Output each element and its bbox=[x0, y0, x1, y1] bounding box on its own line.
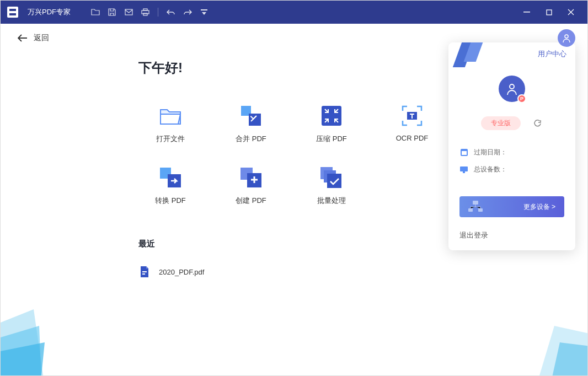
svg-rect-25 bbox=[460, 166, 468, 171]
action-merge-pdf[interactable]: 合并 PDF bbox=[219, 104, 283, 144]
svg-rect-28 bbox=[468, 208, 473, 212]
ocr-icon bbox=[400, 104, 424, 127]
expiry-row: 过期日期： bbox=[459, 148, 564, 157]
action-batch[interactable]: 批量处理 bbox=[300, 166, 364, 206]
print-icon[interactable] bbox=[137, 4, 153, 20]
minimize-button[interactable] bbox=[516, 1, 538, 24]
action-label: 转换 PDF bbox=[155, 196, 186, 206]
avatar-icon[interactable]: P bbox=[499, 76, 525, 102]
decoration-icon bbox=[0, 309, 67, 376]
more-devices-label: 更多设备 > bbox=[523, 202, 555, 212]
create-icon bbox=[239, 166, 263, 189]
window-controls bbox=[516, 1, 582, 24]
action-compress-pdf[interactable]: 压缩 PDF bbox=[300, 104, 364, 144]
svg-rect-5 bbox=[201, 9, 207, 10]
calendar-icon bbox=[459, 148, 468, 157]
svg-point-8 bbox=[565, 35, 568, 38]
maximize-button[interactable] bbox=[538, 1, 560, 24]
recent-file-item[interactable]: 2020_PDF.pdf bbox=[138, 263, 538, 281]
refresh-icon[interactable] bbox=[532, 118, 543, 129]
merge-icon bbox=[239, 104, 263, 127]
back-label[interactable]: 返回 bbox=[34, 33, 49, 43]
undo-icon[interactable] bbox=[163, 4, 179, 20]
svg-point-22 bbox=[510, 84, 514, 89]
monitor-icon bbox=[459, 165, 468, 174]
convert-icon bbox=[159, 166, 182, 189]
mail-icon[interactable] bbox=[120, 4, 137, 20]
save-icon[interactable] bbox=[104, 4, 120, 20]
svg-rect-1 bbox=[125, 9, 132, 15]
svg-rect-29 bbox=[478, 208, 483, 212]
action-open-file[interactable]: 打开文件 bbox=[138, 104, 202, 144]
app-title: 万兴PDF专家 bbox=[28, 7, 71, 17]
info-rows: 过期日期： 总设备数： bbox=[448, 141, 575, 189]
action-label: 压缩 PDF bbox=[316, 134, 347, 144]
logout-link[interactable]: 退出登录 bbox=[448, 227, 575, 250]
redo-icon[interactable] bbox=[179, 4, 196, 20]
dropdown-icon[interactable] bbox=[196, 4, 212, 20]
svg-rect-7 bbox=[547, 10, 552, 15]
svg-rect-6 bbox=[523, 12, 530, 13]
svg-rect-21 bbox=[142, 273, 145, 275]
action-convert-pdf[interactable]: 转换 PDF bbox=[138, 166, 202, 206]
recent-file-name: 2020_PDF.pdf bbox=[159, 268, 204, 276]
devices-row: 总设备数： bbox=[459, 165, 564, 174]
devices-label: 总设备数： bbox=[474, 165, 507, 174]
svg-rect-27 bbox=[473, 201, 478, 205]
ribbon-icon bbox=[457, 42, 488, 67]
user-panel: 用户中心 P 专业版 过期日期： bbox=[448, 42, 575, 250]
svg-rect-0 bbox=[7, 7, 18, 18]
action-create-pdf[interactable]: 创建 PDF bbox=[219, 166, 283, 206]
folder-open-icon bbox=[159, 104, 182, 127]
action-label: 合并 PDF bbox=[236, 134, 266, 144]
divider bbox=[158, 8, 158, 17]
pro-badge-icon: P bbox=[517, 94, 526, 103]
pdf-file-icon bbox=[138, 266, 151, 278]
decoration-icon bbox=[538, 326, 588, 376]
svg-rect-26 bbox=[463, 171, 465, 173]
svg-rect-20 bbox=[142, 271, 147, 272]
user-center-link[interactable]: 用户中心 bbox=[538, 49, 566, 59]
expiry-label: 过期日期： bbox=[474, 148, 507, 157]
app-window: 万兴PDF专家 返回 下午好! bbox=[0, 0, 588, 376]
action-label: OCR PDF bbox=[396, 134, 429, 142]
svg-rect-19 bbox=[327, 174, 341, 188]
close-button[interactable] bbox=[560, 1, 582, 24]
pro-label: 专业版 bbox=[481, 116, 521, 130]
svg-rect-24 bbox=[462, 151, 467, 155]
svg-rect-11 bbox=[322, 106, 341, 126]
action-label: 创建 PDF bbox=[236, 196, 266, 206]
devices-network-icon bbox=[468, 201, 483, 213]
badge-row: 专业版 bbox=[448, 112, 575, 141]
action-ocr-pdf[interactable]: OCR PDF bbox=[380, 104, 444, 144]
panel-header: 用户中心 bbox=[448, 42, 575, 70]
batch-icon bbox=[320, 166, 343, 189]
avatar-area: P bbox=[448, 70, 575, 112]
svg-rect-10 bbox=[249, 114, 261, 126]
more-devices-button[interactable]: 更多设备 > bbox=[459, 196, 564, 217]
back-arrow-icon[interactable] bbox=[17, 33, 28, 44]
user-button[interactable] bbox=[558, 29, 575, 47]
action-label: 批量处理 bbox=[317, 196, 346, 206]
app-logo-icon bbox=[6, 6, 19, 19]
titlebar: 万兴PDF专家 bbox=[1, 1, 587, 24]
compress-icon bbox=[320, 104, 343, 127]
action-label: 打开文件 bbox=[156, 134, 185, 144]
folder-icon[interactable] bbox=[87, 4, 104, 20]
